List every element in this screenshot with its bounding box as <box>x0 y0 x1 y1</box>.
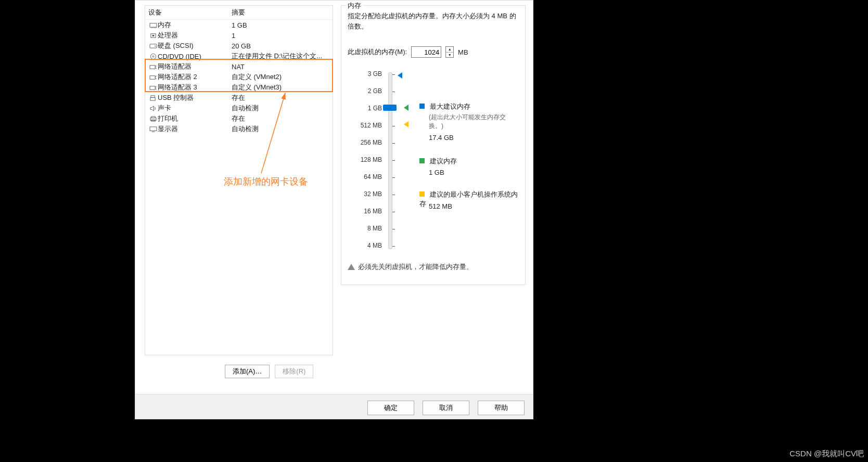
slider-track[interactable] <box>388 72 392 249</box>
slider-tick-label: 8 MB <box>352 225 382 232</box>
memory-warning: 必须先关闭虚拟机，才能降低内存量。 <box>348 262 473 272</box>
slider-tick <box>392 195 395 195</box>
device-name: 处理器 <box>158 31 232 40</box>
slider-tick-label: 3 GB <box>352 70 382 78</box>
warning-icon <box>348 264 355 270</box>
device-value: 1 <box>232 32 329 40</box>
device-value: 自动检测 <box>232 104 329 113</box>
hdd-icon <box>148 43 158 49</box>
add-button[interactable]: 添加(A)… <box>225 365 270 378</box>
device-name: 网络适配器 <box>158 62 232 71</box>
rec-square-icon <box>419 158 425 163</box>
device-value: 正在使用文件 D:\记住这个文... <box>232 52 329 61</box>
marker-rec-icon <box>404 105 409 111</box>
device-row[interactable]: 硬盘 (SCSI)20 GB <box>145 41 333 51</box>
memory-unit: MB <box>458 48 468 56</box>
slider-tick-label: 1 GB <box>352 105 382 112</box>
device-name: 网络适配器 3 <box>158 83 232 92</box>
max-memory-sub1: (超出此大小可能发生内存交换。) <box>429 113 507 131</box>
svg-rect-15 <box>150 97 155 100</box>
slider-tick <box>392 212 395 212</box>
memory-description: 指定分配给此虚拟机的内存量。内存大小必须为 4 MB 的倍数。 <box>348 11 520 31</box>
device-list-header: 设备 摘要 <box>145 6 333 20</box>
sound-icon <box>148 105 158 112</box>
svg-rect-17 <box>151 116 155 118</box>
memory-input[interactable] <box>411 46 441 58</box>
slider-tick <box>392 143 395 144</box>
svg-point-9 <box>150 54 156 59</box>
remove-button[interactable]: 移除(R) <box>275 365 313 378</box>
device-name: 声卡 <box>158 104 232 113</box>
device-name: 网络适配器 2 <box>158 72 232 82</box>
marker-max-icon <box>398 72 402 79</box>
device-name: 显示器 <box>158 124 232 134</box>
slider-tick-label: 256 MB <box>352 139 382 146</box>
svg-rect-11 <box>150 65 155 68</box>
slider-tick-label: 16 MB <box>352 208 382 215</box>
device-row[interactable]: 网络适配器 2自定义 (VMnet2) <box>145 72 333 82</box>
svg-rect-12 <box>150 75 155 79</box>
max-memory-value: 17.4 GB <box>429 134 454 142</box>
svg-point-10 <box>152 56 154 57</box>
device-row[interactable]: 内存1 GB <box>145 20 333 30</box>
memory-spinner[interactable]: ▲▼ <box>445 46 454 58</box>
device-row[interactable]: 网络适配器 3自定义 (VMnet3) <box>145 82 333 93</box>
cpu-icon <box>148 32 158 39</box>
memory-field-label: 此虚拟机的内存(M): <box>348 47 407 57</box>
slider-tick <box>392 177 395 178</box>
device-row[interactable]: 声卡自动检测 <box>145 103 333 113</box>
slider-tick-label: 32 MB <box>352 190 382 198</box>
memory-warning-text: 必须先关闭虚拟机，才能降低内存量。 <box>358 262 473 272</box>
device-name: 内存 <box>158 20 232 30</box>
max-memory-label: 最大建议内存 <box>430 102 470 110</box>
device-row[interactable]: 显示器自动检测 <box>145 124 333 134</box>
device-row[interactable]: 打印机存在 <box>145 113 333 124</box>
net-icon <box>148 63 158 70</box>
slider-thumb[interactable] <box>383 105 397 111</box>
watermark-text: CSDN @我就叫CV吧 <box>789 449 864 459</box>
device-value: 自动检测 <box>232 124 329 134</box>
slider-tick <box>392 229 395 229</box>
usb-icon <box>148 95 158 101</box>
svg-rect-6 <box>152 35 154 36</box>
device-value: NAT <box>232 63 329 71</box>
slider-tick <box>392 126 395 126</box>
slider-tick-label: 2 GB <box>352 87 382 95</box>
max-square-icon <box>419 104 425 109</box>
cancel-button[interactable]: 取消 <box>423 401 469 415</box>
min-memory-value: 512 MB <box>429 202 452 210</box>
device-name: CD/DVD (IDE) <box>158 53 232 60</box>
slider-tick-label: 512 MB <box>352 122 382 129</box>
header-summary: 摘要 <box>232 8 245 17</box>
rec-memory-label: 建议内存 <box>430 157 457 165</box>
marker-min-icon <box>404 121 409 127</box>
device-row[interactable]: USB 控制器存在 <box>145 93 333 103</box>
device-row[interactable]: 处理器1 <box>145 30 333 41</box>
device-list-panel: 设备 摘要 内存1 GB处理器1硬盘 (SCSI)20 GBCD/DVD (ID… <box>145 5 333 355</box>
printer-icon <box>148 116 158 122</box>
memory-slider[interactable]: 3 GB2 GB1 GB512 MB256 MB128 MB64 MB32 MB… <box>352 67 524 254</box>
rec-memory-value: 1 GB <box>429 169 444 176</box>
slider-tick <box>392 92 395 92</box>
device-name: 硬盘 (SCSI) <box>158 41 232 50</box>
device-name: 打印机 <box>158 114 232 123</box>
ok-button[interactable]: 确定 <box>367 401 414 415</box>
help-button[interactable]: 帮助 <box>478 401 525 415</box>
slider-tick <box>392 160 395 161</box>
svg-rect-14 <box>150 95 154 97</box>
svg-rect-0 <box>150 23 157 27</box>
spin-up-icon[interactable]: ▲ <box>446 47 453 53</box>
net-icon <box>148 84 158 91</box>
device-value: 20 GB <box>232 42 329 50</box>
cd-icon <box>148 53 158 60</box>
spin-down-icon[interactable]: ▼ <box>446 53 453 58</box>
svg-rect-19 <box>150 126 157 130</box>
device-row[interactable]: 网络适配器NAT <box>145 61 333 72</box>
memory-icon <box>148 22 158 29</box>
device-value: 自定义 (VMnet2) <box>232 72 329 82</box>
slider-tick-label: 4 MB <box>352 242 382 249</box>
slider-tick <box>392 246 395 247</box>
device-value: 存在 <box>232 93 329 102</box>
device-row[interactable]: CD/DVD (IDE)正在使用文件 D:\记住这个文... <box>145 51 333 61</box>
svg-rect-13 <box>150 86 155 89</box>
